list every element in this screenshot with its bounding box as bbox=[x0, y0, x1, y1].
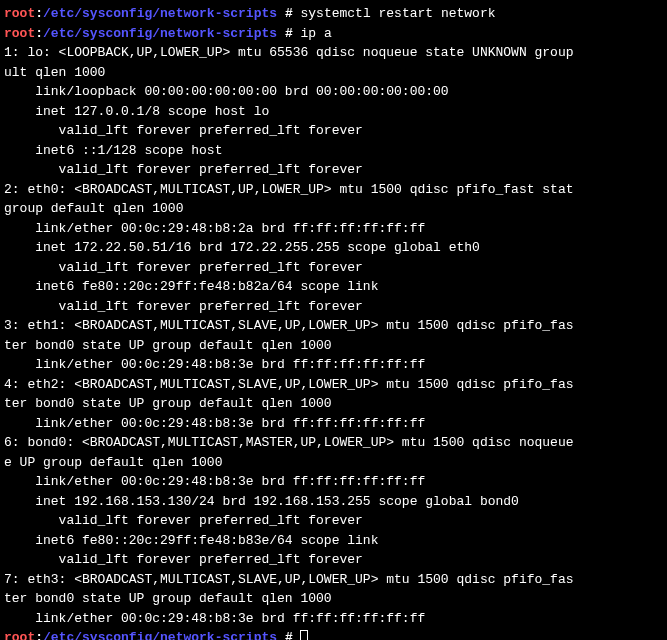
output-line: link/loopback 00:00:00:00:00:00 brd 00:0… bbox=[4, 82, 663, 102]
output-line: valid_lft forever preferred_lft forever bbox=[4, 511, 663, 531]
output-line: group default qlen 1000 bbox=[4, 199, 663, 219]
output-line: 1: lo: <LOOPBACK,UP,LOWER_UP> mtu 65536 … bbox=[4, 43, 663, 63]
output-line: link/ether 00:0c:29:48:b8:3e brd ff:ff:f… bbox=[4, 472, 663, 492]
output-line: ult qlen 1000 bbox=[4, 63, 663, 83]
output-line: inet 192.168.153.130/24 brd 192.168.153.… bbox=[4, 492, 663, 512]
prompt-line-2: root:/etc/sysconfig/network-scripts # ip… bbox=[4, 24, 663, 44]
prompt-colon: : bbox=[35, 6, 43, 21]
output-line: ter bond0 state UP group default qlen 10… bbox=[4, 336, 663, 356]
prompt-user: root bbox=[4, 6, 35, 21]
prompt-hash: # bbox=[277, 6, 300, 21]
prompt-hash: # bbox=[277, 26, 300, 41]
output-line: 7: eth3: <BROADCAST,MULTICAST,SLAVE,UP,L… bbox=[4, 570, 663, 590]
output-line: inet 172.22.50.51/16 brd 172.22.255.255 … bbox=[4, 238, 663, 258]
output-line: valid_lft forever preferred_lft forever bbox=[4, 258, 663, 278]
prompt-path: /etc/sysconfig/network-scripts bbox=[43, 26, 277, 41]
output-line: valid_lft forever preferred_lft forever bbox=[4, 160, 663, 180]
output-line: 6: bond0: <BROADCAST,MULTICAST,MASTER,UP… bbox=[4, 433, 663, 453]
command-text-1: systemctl restart network bbox=[300, 6, 495, 21]
output-line: valid_lft forever preferred_lft forever bbox=[4, 121, 663, 141]
output-line: inet6 ::1/128 scope host bbox=[4, 141, 663, 161]
cursor-icon bbox=[300, 630, 308, 640]
output-line: link/ether 00:0c:29:48:b8:3e brd ff:ff:f… bbox=[4, 355, 663, 375]
prompt-path: /etc/sysconfig/network-scripts bbox=[43, 6, 277, 21]
prompt-colon: : bbox=[35, 26, 43, 41]
prompt-user: root bbox=[4, 26, 35, 41]
prompt-user: root bbox=[4, 630, 35, 640]
output-line: valid_lft forever preferred_lft forever bbox=[4, 550, 663, 570]
prompt-colon: : bbox=[35, 630, 43, 640]
prompt-path: /etc/sysconfig/network-scripts bbox=[43, 630, 277, 640]
output-line: inet6 fe80::20c:29ff:fe48:b82a/64 scope … bbox=[4, 277, 663, 297]
output-line: valid_lft forever preferred_lft forever bbox=[4, 297, 663, 317]
prompt-line-1: root:/etc/sysconfig/network-scripts # sy… bbox=[4, 4, 663, 24]
command-text-2: ip a bbox=[300, 26, 331, 41]
output-line: inet 127.0.0.1/8 scope host lo bbox=[4, 102, 663, 122]
prompt-line-3[interactable]: root:/etc/sysconfig/network-scripts # bbox=[4, 628, 663, 640]
output-line: 2: eth0: <BROADCAST,MULTICAST,UP,LOWER_U… bbox=[4, 180, 663, 200]
output-line: ter bond0 state UP group default qlen 10… bbox=[4, 589, 663, 609]
output-line: inet6 fe80::20c:29ff:fe48:b83e/64 scope … bbox=[4, 531, 663, 551]
output-line: link/ether 00:0c:29:48:b8:3e brd ff:ff:f… bbox=[4, 414, 663, 434]
output-line: e UP group default qlen 1000 bbox=[4, 453, 663, 473]
output-line: link/ether 00:0c:29:48:b8:3e brd ff:ff:f… bbox=[4, 609, 663, 629]
output-line: 4: eth2: <BROADCAST,MULTICAST,SLAVE,UP,L… bbox=[4, 375, 663, 395]
prompt-hash: # bbox=[277, 630, 300, 640]
output-line: link/ether 00:0c:29:48:b8:2a brd ff:ff:f… bbox=[4, 219, 663, 239]
output-line: ter bond0 state UP group default qlen 10… bbox=[4, 394, 663, 414]
terminal[interactable]: root:/etc/sysconfig/network-scripts # sy… bbox=[4, 4, 663, 640]
output-line: 3: eth1: <BROADCAST,MULTICAST,SLAVE,UP,L… bbox=[4, 316, 663, 336]
